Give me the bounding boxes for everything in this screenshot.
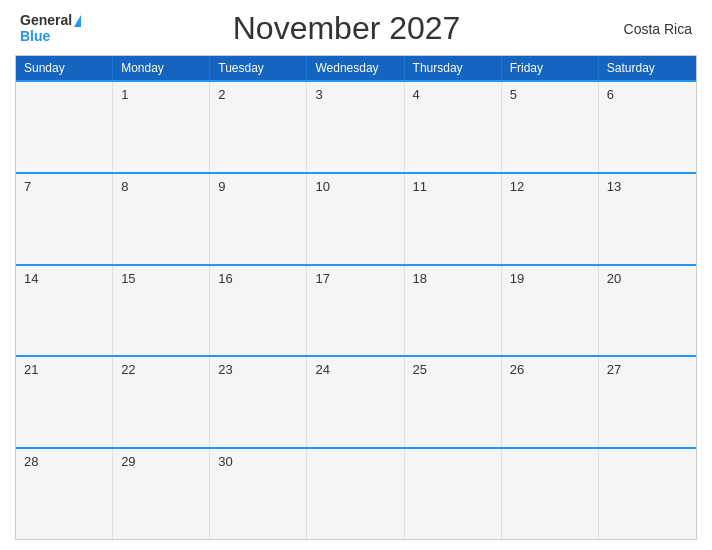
calendar-grid: SundayMondayTuesdayWednesdayThursdayFrid… (15, 55, 697, 540)
day-number: 22 (121, 362, 201, 377)
day-cell (16, 82, 113, 172)
day-cell: 23 (210, 357, 307, 447)
week-row-2: 78910111213 (16, 172, 696, 264)
day-cell (307, 449, 404, 539)
day-cell: 6 (599, 82, 696, 172)
calendar-header: General Blue November 2027 Costa Rica (15, 10, 697, 47)
day-number: 7 (24, 179, 104, 194)
day-cell: 12 (502, 174, 599, 264)
day-cell (599, 449, 696, 539)
day-cell: 7 (16, 174, 113, 264)
day-number: 26 (510, 362, 590, 377)
day-number: 18 (413, 271, 493, 286)
day-cell: 14 (16, 266, 113, 356)
logo-general-text: General (20, 13, 72, 28)
day-number: 3 (315, 87, 395, 102)
day-number: 27 (607, 362, 688, 377)
day-cell: 17 (307, 266, 404, 356)
day-cell: 20 (599, 266, 696, 356)
day-number: 20 (607, 271, 688, 286)
country-label: Costa Rica (612, 21, 692, 37)
day-cell (502, 449, 599, 539)
day-number: 12 (510, 179, 590, 194)
day-number: 16 (218, 271, 298, 286)
day-number: 24 (315, 362, 395, 377)
day-cell: 13 (599, 174, 696, 264)
day-number: 15 (121, 271, 201, 286)
day-number: 21 (24, 362, 104, 377)
day-number: 17 (315, 271, 395, 286)
day-cell: 25 (405, 357, 502, 447)
day-cell: 16 (210, 266, 307, 356)
day-number: 10 (315, 179, 395, 194)
logo-triangle-icon (74, 15, 81, 27)
day-headers-row: SundayMondayTuesdayWednesdayThursdayFrid… (16, 56, 696, 80)
day-number: 8 (121, 179, 201, 194)
day-cell: 28 (16, 449, 113, 539)
day-cell: 10 (307, 174, 404, 264)
day-number: 23 (218, 362, 298, 377)
day-cell: 19 (502, 266, 599, 356)
day-header-tuesday: Tuesday (210, 56, 307, 80)
week-row-4: 21222324252627 (16, 355, 696, 447)
day-cell: 2 (210, 82, 307, 172)
day-cell: 15 (113, 266, 210, 356)
calendar-container: General Blue November 2027 Costa Rica Su… (0, 0, 712, 550)
day-number: 14 (24, 271, 104, 286)
day-number: 28 (24, 454, 104, 469)
day-cell: 9 (210, 174, 307, 264)
week-row-3: 14151617181920 (16, 264, 696, 356)
day-number: 13 (607, 179, 688, 194)
week-row-1: 123456 (16, 80, 696, 172)
month-title: November 2027 (81, 10, 612, 47)
week-row-5: 282930 (16, 447, 696, 539)
day-number: 19 (510, 271, 590, 286)
day-cell: 22 (113, 357, 210, 447)
day-number: 11 (413, 179, 493, 194)
day-cell: 24 (307, 357, 404, 447)
day-number: 2 (218, 87, 298, 102)
day-header-sunday: Sunday (16, 56, 113, 80)
day-cell: 21 (16, 357, 113, 447)
day-cell: 11 (405, 174, 502, 264)
day-cell: 26 (502, 357, 599, 447)
day-header-saturday: Saturday (599, 56, 696, 80)
day-cell: 4 (405, 82, 502, 172)
day-cell: 27 (599, 357, 696, 447)
day-cell: 29 (113, 449, 210, 539)
day-number: 30 (218, 454, 298, 469)
day-number: 1 (121, 87, 201, 102)
logo-blue-text: Blue (20, 29, 50, 44)
weeks-container: 1234567891011121314151617181920212223242… (16, 80, 696, 539)
day-header-friday: Friday (502, 56, 599, 80)
day-cell (405, 449, 502, 539)
day-cell: 5 (502, 82, 599, 172)
day-number: 5 (510, 87, 590, 102)
day-number: 9 (218, 179, 298, 194)
day-header-thursday: Thursday (405, 56, 502, 80)
day-number: 29 (121, 454, 201, 469)
day-cell: 30 (210, 449, 307, 539)
day-cell: 1 (113, 82, 210, 172)
day-header-wednesday: Wednesday (307, 56, 404, 80)
day-cell: 18 (405, 266, 502, 356)
day-cell: 3 (307, 82, 404, 172)
day-number: 4 (413, 87, 493, 102)
day-cell: 8 (113, 174, 210, 264)
day-number: 25 (413, 362, 493, 377)
day-header-monday: Monday (113, 56, 210, 80)
logo: General Blue (20, 13, 81, 44)
day-number: 6 (607, 87, 688, 102)
